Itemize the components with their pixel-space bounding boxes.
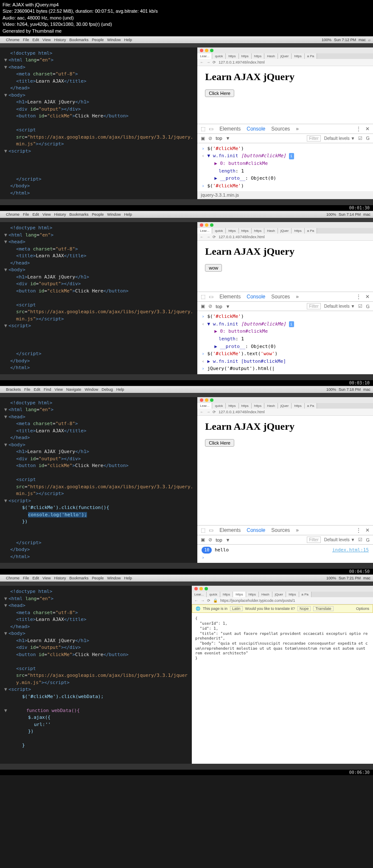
menu-item[interactable]: Edit xyxy=(33,212,39,217)
tab[interactable]: https xyxy=(292,228,304,234)
menu-help[interactable]: Help xyxy=(124,38,132,42)
forward-icon[interactable]: → xyxy=(206,235,210,239)
tab[interactable]: Lear... xyxy=(197,228,212,234)
gear-icon[interactable]: G xyxy=(366,136,370,141)
menu-item[interactable]: Edit xyxy=(34,387,41,392)
tab[interactable]: Hash xyxy=(259,592,272,597)
tab-elements[interactable]: Elements xyxy=(219,294,241,300)
tab-sources[interactable]: Sources xyxy=(271,527,290,533)
tab[interactable]: jQuer xyxy=(278,228,292,234)
tab[interactable]: jQuer xyxy=(278,403,292,409)
tab[interactable]: jQuer xyxy=(278,53,292,59)
options-link[interactable]: Options xyxy=(356,606,369,611)
url-input[interactable]: https://jsonplaceholder.typicode.com/pos… xyxy=(220,598,370,603)
menu-icon[interactable]: ⋮ xyxy=(356,294,361,300)
lang-select[interactable]: Latin xyxy=(230,606,243,611)
menu-item[interactable]: Chrome xyxy=(6,576,20,580)
tab[interactable]: quick xyxy=(212,228,226,234)
menu-item[interactable]: Navigate xyxy=(66,387,81,392)
maximize-icon[interactable] xyxy=(210,49,213,52)
back-icon[interactable]: ← xyxy=(194,598,198,603)
close-icon[interactable] xyxy=(200,49,203,52)
tab[interactable]: https xyxy=(286,592,299,597)
click-here-button[interactable]: Click Here xyxy=(205,439,234,447)
menu-item[interactable]: Window xyxy=(107,576,121,580)
menu-file[interactable]: File xyxy=(23,38,29,42)
close-devtools-icon[interactable]: ✕ xyxy=(365,126,370,132)
tab[interactable]: https xyxy=(292,53,304,59)
tab[interactable]: https xyxy=(239,53,252,59)
url-input[interactable]: 127.0.0.1:49748/index.html xyxy=(219,60,370,64)
sidebar-icon[interactable]: ▣ xyxy=(201,136,205,141)
tab[interactable]: jQuer xyxy=(272,592,286,597)
menu-people[interactable]: People xyxy=(92,38,104,42)
menu-item[interactable]: Help xyxy=(124,576,132,580)
inspect-icon[interactable]: ⬚ xyxy=(201,294,205,300)
tab-console[interactable]: Console xyxy=(247,527,265,533)
search-icon[interactable]: ⌕ xyxy=(368,38,370,42)
tab[interactable]: a Pa xyxy=(305,53,317,59)
tab[interactable]: https xyxy=(226,53,238,59)
code-editor[interactable]: <!doctype html> ▼<html lang="en"> ▼<head… xyxy=(0,47,197,200)
tab[interactable]: quick xyxy=(212,53,226,59)
forward-icon[interactable]: → xyxy=(201,598,205,603)
click-here-button[interactable]: Click Here xyxy=(205,89,234,97)
forward-icon[interactable]: → xyxy=(206,60,210,64)
menu-item[interactable]: People xyxy=(92,576,104,580)
menu-item[interactable]: Edit xyxy=(33,576,39,580)
menu-icon[interactable]: ⋮ xyxy=(356,126,361,132)
reload-icon[interactable]: ⟳ xyxy=(213,410,216,414)
sidebar-icon[interactable]: ▣ xyxy=(201,537,205,542)
tab-console[interactable]: Console xyxy=(247,126,265,132)
tab[interactable]: quick xyxy=(207,592,220,597)
back-icon[interactable]: ← xyxy=(200,235,204,239)
menu-item[interactable]: View xyxy=(42,576,50,580)
tab[interactable]: https xyxy=(226,403,238,409)
menu-item[interactable]: Window xyxy=(107,212,121,217)
menu-icon[interactable]: ⋮ xyxy=(356,527,361,533)
code-editor[interactable]: <!doctype html> ▼<html lang="en"> ▼<head… xyxy=(0,397,197,563)
menu-item[interactable]: Help xyxy=(124,212,132,217)
filter-input[interactable]: Filter xyxy=(307,537,320,543)
menu-item[interactable]: File xyxy=(23,212,29,217)
log-levels[interactable]: Default levels ▼ xyxy=(324,304,355,309)
code-editor[interactable]: <!doctype html> ▼<html lang="en"> ▼<head… xyxy=(0,222,197,374)
reload-icon[interactable]: ⟳ xyxy=(213,60,216,64)
menu-item[interactable]: Debug xyxy=(101,387,113,392)
tab[interactable]: https xyxy=(246,592,259,597)
tab[interactable]: https xyxy=(226,228,238,234)
menu-item[interactable]: History xyxy=(54,212,66,217)
close-devtools-icon[interactable]: ✕ xyxy=(365,527,370,533)
more-icon[interactable]: » xyxy=(296,294,299,300)
tab[interactable]: Lear... xyxy=(197,403,212,409)
tab[interactable]: Hash xyxy=(264,228,278,234)
inspect-icon[interactable]: ⬚ xyxy=(201,126,205,132)
device-icon[interactable]: ▭ xyxy=(209,126,213,132)
menu-item[interactable]: Bookmarks xyxy=(69,212,88,217)
tab[interactable]: https xyxy=(292,403,304,409)
nope-button[interactable]: Nope xyxy=(297,606,311,611)
menu-item[interactable]: File xyxy=(23,576,29,580)
context-selector[interactable]: top xyxy=(216,537,222,542)
tab[interactable]: https xyxy=(220,592,233,597)
inspect-icon[interactable]: ⬚ xyxy=(201,527,205,533)
tab[interactable]: Hash xyxy=(264,403,278,409)
clear-icon[interactable]: ⊘ xyxy=(208,303,212,309)
console-output[interactable]: 10 helloindex.html:15 › xyxy=(197,545,373,563)
tab[interactable]: a Pa xyxy=(305,228,317,234)
log-levels[interactable]: Default levels ▼ xyxy=(324,136,355,141)
tab[interactable]: Lear... xyxy=(197,53,212,59)
menu-item[interactable]: Find xyxy=(44,387,51,392)
menu-window[interactable]: Window xyxy=(107,38,121,42)
close-devtools-icon[interactable]: ✕ xyxy=(365,294,370,300)
menu-history[interactable]: History xyxy=(54,38,66,42)
menu-item[interactable]: Brackets xyxy=(6,387,21,392)
forward-icon[interactable]: → xyxy=(206,410,210,414)
more-icon[interactable]: » xyxy=(296,527,299,533)
filter-input[interactable]: Filter xyxy=(307,303,320,309)
device-icon[interactable]: ▭ xyxy=(209,527,213,533)
menu-item[interactable]: Window xyxy=(84,387,98,392)
console-output[interactable]: › $('#clickMe') ‹ ▼ w.fn.init [button#cl… xyxy=(197,311,373,374)
reload-icon[interactable]: ⟳ xyxy=(207,598,210,603)
tab-elements[interactable]: Elements xyxy=(219,527,241,533)
